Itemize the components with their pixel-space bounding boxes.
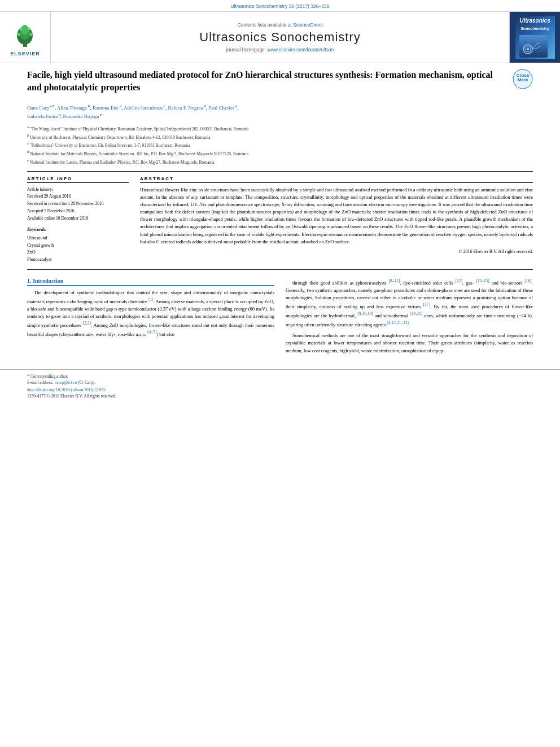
journal-homepage: journal homepage: www.elsevier.com/locat… (226, 47, 334, 53)
intro-para-2: through their good abilities as (photo)c… (286, 278, 533, 329)
body-section: 1. Introduction The development of synth… (27, 278, 533, 358)
journal-cover-text: Ultrasonics Sonochemistry (519, 17, 550, 58)
intro-para-1: The development of synthetic methodologi… (27, 289, 274, 339)
accepted-date: Accepted 5 December 2016 (27, 208, 129, 215)
article-content: Facile, high yield ultrasound mediated p… (0, 69, 560, 358)
journal-cover: Ultrasonics Sonochemistry (509, 12, 560, 63)
article-info-col: ARTICLE INFO Article history: Received 2… (27, 176, 129, 264)
doi-link[interactable]: http://dx.doi.org/10.1016/j.ultson.2016.… (27, 387, 533, 392)
keywords-section: Keywords: Ultrasound Crystal growth ZnO … (27, 226, 129, 264)
article-title: Facile, high yield ultrasound mediated p… (27, 69, 507, 94)
journal-title: Ultrasonics Sonochemistry (199, 30, 360, 45)
elsevier-tree-icon (10, 19, 41, 50)
homepage-link[interactable]: www.elsevier.com/locate/ultson (268, 47, 334, 53)
article-info-block: Article history: Received 29 August 2016… (27, 186, 129, 264)
svg-text:Mark: Mark (518, 77, 528, 82)
article-dates: Received 29 August 2016 Received in revi… (27, 193, 129, 222)
affiliations: a "The Murgulescut" Institute of Physica… (27, 124, 533, 165)
sciencedirect-link[interactable]: ScienceDirect (293, 22, 322, 28)
journal-info-center: Contents lists available at ScienceDirec… (51, 12, 509, 63)
svg-point-10 (527, 48, 529, 50)
footer: * Corresponding author. E-mail address: … (0, 369, 560, 403)
abstract-col: ABSTRACT Hierarchical flowers-like zinc … (140, 176, 533, 264)
copyright-line: © 2016 Elsevier B.V. All rights reserved… (140, 249, 533, 254)
contents-line: Contents lists available at ScienceDirec… (237, 22, 322, 28)
author-gabriela-ionita: Gabriela Ionita (27, 113, 58, 119)
keyword-1: Ultrasound (27, 235, 129, 242)
keyword-3: ZnO (27, 249, 129, 256)
svg-point-6 (20, 27, 23, 30)
keyword-4: Photocatalyst (27, 256, 129, 264)
author-oana-carp: Oana Carp (27, 105, 49, 111)
svg-point-5 (29, 33, 33, 36)
body-col-left: 1. Introduction The development of synth… (27, 278, 274, 358)
abstract-text: Hierarchical flowers-like zinc oxide str… (140, 186, 533, 246)
article-title-text: Facile, high yield ultrasound mediated p… (27, 69, 507, 99)
author-alina-tirsoaga: Alina Tirsoaga (57, 105, 87, 111)
keywords-label: Keywords: (27, 226, 129, 233)
svg-point-7 (28, 27, 30, 30)
author-paul-chesler: Paul Chesler (208, 105, 234, 111)
issn-line: 1350-4177/© 2016 Elsevier B.V. All right… (27, 394, 533, 399)
article-title-section: Facile, high yield ultrasound mediated p… (27, 69, 533, 99)
keyword-2: Crystal growth (27, 242, 129, 250)
article-info-abstract: ARTICLE INFO Article history: Received 2… (27, 176, 533, 264)
section1-title: 1. Introduction (27, 278, 274, 286)
body-two-col: 1. Introduction The development of synth… (27, 278, 533, 358)
abstract-heading: ABSTRACT (140, 176, 533, 183)
citation-text: Ultrasonics Sonochemistry 36 (2017) 326–… (231, 3, 330, 9)
author-ramona-ene: Ramona Ene (93, 105, 119, 111)
journal-header: ELSEVIER Contents lists available at Sci… (0, 11, 560, 63)
intro-para-3: Sonochemical methods are one of the most… (286, 332, 533, 355)
affil-e: e National Institute for Lasers, Plasma … (27, 158, 533, 165)
email-link[interactable]: ocarp@icf.ro (55, 380, 77, 385)
affil-d: d National Institute for Materials Physi… (27, 149, 533, 157)
svg-point-3 (21, 25, 29, 35)
elsevier-label: ELSEVIER (10, 51, 40, 56)
affil-a: a "The Murgulescut" Institute of Physica… (27, 124, 533, 132)
elsevier-logo-section: ELSEVIER (0, 12, 51, 63)
divider-middle (27, 269, 533, 270)
journal-cover-image: Ultrasonics Sonochemistry (515, 16, 555, 59)
received-revised-date: Received in revised form 28 November 201… (27, 200, 129, 207)
article-info-heading: ARTICLE INFO (27, 176, 129, 183)
elsevier-logo: ELSEVIER (10, 19, 41, 56)
author-ruxandra-birjega: Ruxandra Birjega (63, 113, 99, 119)
received-date: Received 29 August 2016 (27, 193, 129, 200)
page: Ultrasonics Sonochemistry 36 (2017) 326–… (0, 0, 560, 747)
author-adelina-ianculescu: Adelina Ianculescu (124, 105, 163, 111)
affil-c: c "Politechnica" University of Bucharest… (27, 141, 533, 148)
corresponding-note: * Corresponding author. E-mail address: … (27, 373, 533, 386)
affil-b: b University of Bucharest, Physical Chem… (27, 133, 533, 141)
crossmark-badge: Cross Mark (513, 69, 533, 89)
available-date: Available online 10 December 2016 (27, 215, 129, 222)
divider-top (27, 171, 533, 172)
author-raluca-negrea: Raluca F. Negrea (168, 105, 203, 111)
section1-text-left: The development of synthetic methodologi… (27, 289, 274, 339)
history-label: Article history: (27, 186, 129, 193)
section1-text-right: through their good abilities as (photo)c… (286, 278, 533, 355)
citation-bar: Ultrasonics Sonochemistry 36 (2017) 326–… (0, 0, 560, 11)
svg-point-4 (17, 33, 20, 36)
authors-line: Oana Carp a,*, Alina Tirsoaga b, Ramona … (27, 103, 533, 121)
body-col-right: through their good abilities as (photo)c… (286, 278, 533, 358)
